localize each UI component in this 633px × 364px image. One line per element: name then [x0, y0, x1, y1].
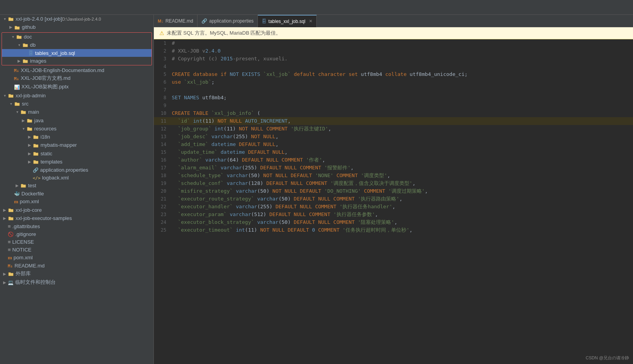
- tree-item-src[interactable]: ▾src: [0, 100, 153, 108]
- warning-bar: ⚠ 未配置 SQL 方言。MySQL, MariaDB 匹配为最佳。: [154, 27, 633, 39]
- tree-item-resources[interactable]: ▾resources: [0, 125, 153, 133]
- line-number-17: 17: [154, 164, 170, 172]
- tree-arrow-github: ▶: [8, 25, 14, 29]
- tree-arrow-xxl-job-executor: ▶: [2, 216, 8, 220]
- tree-icon-pom-admin: m: [14, 198, 18, 205]
- tree-label-license: LICENSE: [12, 239, 34, 245]
- tree-icon-xxl-job-admin: [8, 92, 14, 98]
- tree-item-xxl-job-pptx[interactable]: 📊XXL-JOB架构图.pptx: [0, 83, 153, 91]
- tree-item-xxl-job-executor[interactable]: ▶xxl-job-executor-samples: [0, 214, 153, 222]
- tree-item-gitignore[interactable]: 🚫.gitignore: [0, 230, 153, 238]
- tree-arrow-resources: ▾: [20, 127, 26, 131]
- line-content-1: #: [170, 39, 175, 47]
- code-line-24: 24 `executor_block_strategy` varchar(50)…: [154, 218, 633, 226]
- code-line-7: 7: [154, 86, 633, 94]
- tree-label-xxl-job-root: xxl-job-2.4.0 [xxl-job]: [16, 16, 62, 22]
- line-content-22: `executor_handler` varchar(255) DEFAULT …: [170, 203, 395, 211]
- tab-close-tables_sql[interactable]: ✕: [309, 19, 312, 24]
- tree-item-main[interactable]: ▾main: [0, 108, 153, 116]
- tree-icon-tables_sql_file: 🗄: [28, 50, 34, 56]
- tree-item-xxl-job-admin[interactable]: ▾xxl-job-admin: [0, 91, 153, 99]
- tree-arrow-i18n: ▶: [26, 135, 33, 139]
- tree-item-test[interactable]: ▶test: [0, 181, 153, 190]
- code-line-9: 9: [154, 102, 633, 109]
- tab-label-readme: README.md: [166, 18, 193, 24]
- code-line-18: 18 `schedule_type` varchar(50) NOT NULL …: [154, 172, 633, 179]
- line-number-23: 23: [154, 211, 170, 218]
- watermark: CSDN @兄台の请冷静: [586, 355, 629, 361]
- tree-item-db[interactable]: ▾db: [2, 41, 152, 49]
- tree-item-xxl-job-cn[interactable]: M↓XXL-JOB官方文档.md: [0, 74, 153, 83]
- tree-label-mybatis-mapper: mybatis-mapper: [41, 142, 77, 148]
- tree-item-pom-admin[interactable]: mpom.xml: [0, 197, 153, 206]
- line-number-13: 13: [154, 133, 170, 141]
- tree-item-doc[interactable]: ▾doc: [2, 33, 152, 41]
- code-line-5: 5CREATE database if NOT EXISTS `xxl_job`…: [154, 70, 633, 78]
- tab-tables_sql[interactable]: 🗄tables_xxl_job.sql✕: [258, 15, 317, 27]
- tree-item-scratch[interactable]: ▶💻临时文件和控制台: [0, 278, 153, 287]
- tree-item-gitattributes[interactable]: ≡.gitattributes: [0, 222, 153, 230]
- tree-label-doc: doc: [24, 34, 32, 40]
- tree-item-application-props[interactable]: 🔗application.properties: [0, 166, 153, 174]
- tree-item-mybatis-mapper[interactable]: ▶mybatis-mapper: [0, 141, 153, 149]
- code-line-16: 16 `author` varchar(64) DEFAULT NULL COM…: [154, 156, 633, 164]
- tab-app_props[interactable]: 🔗application.properties: [197, 15, 258, 27]
- tree-icon-main: [20, 109, 26, 115]
- tree-arrow-static: ▶: [26, 151, 33, 156]
- tree-item-static[interactable]: ▶static: [0, 149, 153, 158]
- tree-item-images[interactable]: ▶images: [2, 57, 152, 65]
- line-content-24: `executor_block_strategy` varchar(50) DE…: [170, 218, 397, 226]
- line-number-16: 16: [154, 156, 170, 164]
- tree-item-readme-root[interactable]: M↓README.md: [0, 262, 153, 269]
- tree-label-pom-admin: pom.xml: [20, 199, 39, 204]
- tree-item-external[interactable]: ▶外部库: [0, 269, 153, 278]
- tab-icon-tables_sql: 🗄: [262, 19, 266, 24]
- main-layout: ▾xxl-job-2.4.0 [xxl-job] D:\Java\xxl-job…: [0, 15, 633, 364]
- tree-item-notice[interactable]: ≡NOTICE: [0, 246, 153, 253]
- tree-item-xxl-job-root[interactable]: ▾xxl-job-2.4.0 [xxl-job] D:\Java\xxl-job…: [0, 15, 153, 23]
- tree-item-xxl-job-core[interactable]: ▶xxl-job-core: [0, 206, 153, 214]
- tree-icon-notice: ≡: [8, 246, 11, 253]
- tree-item-tables_sql_file[interactable]: 🗄tables_xxl_job.sql: [2, 49, 152, 57]
- tree-label-java: java: [34, 118, 44, 123]
- tree-item-logback[interactable]: </>logback.xml: [0, 174, 153, 181]
- tree-item-license[interactable]: ≡LICENSE: [0, 238, 153, 246]
- line-content-18: `schedule_type` varchar(50) NOT NULL DEF…: [170, 172, 390, 179]
- tree-item-java[interactable]: ▶java: [0, 116, 153, 124]
- line-number-19: 19: [154, 179, 170, 187]
- tree-item-pom-root[interactable]: mpom.xml: [0, 253, 153, 262]
- code-line-2: 2# XXL-JOB v2.4.0: [154, 47, 633, 55]
- line-content-13: `job_desc` varchar(255) NOT NULL,: [170, 133, 279, 141]
- code-line-10: 10CREATE TABLE `xxl_job_info` (: [154, 109, 633, 117]
- code-line-4: 4: [154, 63, 633, 70]
- line-number-10: 10: [154, 109, 170, 117]
- code-line-21: 21 `executor_route_strategy` varchar(50)…: [154, 195, 633, 203]
- file-tree: ▾xxl-job-2.4.0 [xxl-job] D:\Java\xxl-job…: [0, 15, 153, 287]
- tree-arrow-external: ▶: [2, 272, 8, 276]
- line-content-5: CREATE database if NOT EXISTS `xxl_job` …: [170, 70, 467, 78]
- line-number-5: 5: [154, 70, 170, 78]
- tree-item-github[interactable]: ▶github: [0, 23, 153, 31]
- tab-readme[interactable]: M↓README.md: [154, 15, 197, 27]
- tree-label-xxl-job-executor: xxl-job-executor-samples: [16, 215, 72, 221]
- line-content-21: `executor_route_strategy` varchar(50) DE…: [170, 195, 402, 203]
- tree-icon-images: [22, 58, 28, 64]
- tree-label-i18n: i18n: [41, 134, 50, 140]
- line-content-10: CREATE TABLE `xxl_job_info` (: [170, 109, 260, 117]
- tree-label-tables_sql_file: tables_xxl_job.sql: [35, 50, 75, 56]
- line-number-24: 24: [154, 218, 170, 226]
- selection-box: ▾doc▾db🗄tables_xxl_job.sql▶images: [2, 32, 152, 66]
- tree-icon-xxl-job-root: [8, 16, 14, 22]
- tree-arrow-db: ▾: [16, 43, 22, 47]
- line-content-6: use `xxl_job`;: [170, 78, 215, 86]
- tree-icon-db: [22, 42, 28, 48]
- tree-item-xxl-job-english[interactable]: M↓XXL-JOB-English-Documentation.md: [0, 66, 153, 74]
- tree-icon-mybatis-mapper: [33, 142, 39, 148]
- tree-item-i18n[interactable]: ▶i18n: [0, 133, 153, 141]
- code-editor[interactable]: 1#2# XXL-JOB v2.4.03# Copyright (c) 2015…: [154, 39, 633, 364]
- tree-item-templates[interactable]: ▶templates: [0, 158, 153, 166]
- tree-icon-i18n: [33, 134, 39, 140]
- code-line-1: 1#: [154, 39, 633, 47]
- code-line-17: 17 `alarm_email` varchar(255) DEFAULT NU…: [154, 164, 633, 172]
- tree-item-dockerfile[interactable]: 🐳Dockerfile: [0, 190, 153, 197]
